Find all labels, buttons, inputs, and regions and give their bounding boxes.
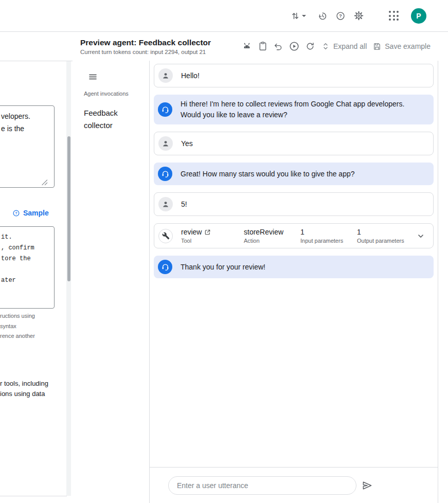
headset-icon — [161, 105, 170, 114]
agent-message: Thank you for your review! — [154, 256, 434, 278]
agent-avatar — [158, 167, 172, 181]
send-button[interactable] — [361, 479, 373, 492]
menu-button[interactable] — [88, 72, 98, 82]
resize-handle-icon[interactable] — [41, 179, 48, 186]
settings-button[interactable] — [353, 10, 364, 21]
svg-text:?: ? — [15, 211, 17, 215]
hamburger-icon — [88, 72, 98, 82]
tool-avatar — [158, 229, 173, 243]
wrench-icon — [162, 232, 170, 240]
agent-invocations-panel: Agent invocations Feedback collector — [73, 61, 149, 503]
tool-label: Tool — [181, 238, 236, 244]
message-text: 5! — [181, 199, 191, 210]
hint-text-fragment: syntax — [0, 323, 16, 329]
refresh-button[interactable] — [305, 41, 315, 51]
agent-avatar — [158, 260, 172, 274]
instruction-fragment: , confirm — [1, 244, 34, 252]
clipboard-icon — [258, 41, 268, 51]
sample-link[interactable]: ? Sample — [12, 209, 49, 217]
history-button[interactable] — [317, 11, 328, 21]
preview-body: Agent invocations Feedback collector Hel… — [73, 61, 438, 503]
save-icon — [372, 41, 382, 51]
preview-pane: Preview agent: Feedback collector Curren… — [73, 32, 438, 503]
agent-message: Hi there! I'm here to collect reviews fr… — [154, 95, 434, 124]
tool-name-column: review Tool — [181, 228, 236, 244]
user-message: 5! — [154, 192, 434, 216]
invocations-label: Agent invocations — [84, 91, 149, 97]
expand-all-label: Expand all — [333, 42, 367, 50]
message-text: Hi there! I'm here to collect reviews fr… — [181, 99, 429, 120]
person-icon — [161, 139, 170, 148]
section-text-fragment: ions using data — [0, 390, 45, 398]
input-parameters-label: Input parameters — [300, 238, 349, 244]
sort-order-button[interactable] — [290, 11, 306, 21]
scrollbar-track[interactable] — [66, 61, 71, 496]
help-circle-icon: ? — [12, 209, 20, 217]
agent-avatar — [158, 102, 172, 117]
play-circle-icon — [289, 41, 300, 52]
section-text-fragment: r tools, including — [0, 380, 48, 387]
android-icon — [241, 41, 253, 52]
swap-vertical-icon — [290, 11, 300, 21]
replay-button[interactable] — [289, 41, 300, 52]
composer — [150, 467, 438, 503]
help-icon: ? — [335, 11, 346, 21]
global-topbar: ? P — [0, 0, 448, 32]
user-avatar — [158, 197, 173, 211]
save-example-button[interactable]: Save example — [372, 41, 431, 51]
preview-title: Preview agent: Feedback collector — [80, 38, 211, 47]
preview-toolbar: Expand all Save example — [241, 41, 431, 52]
undo-button[interactable] — [273, 41, 283, 51]
output-parameters-column: 1 Output parameters — [357, 228, 405, 244]
instruction-fragment: ater — [1, 277, 16, 284]
svg-text:?: ? — [339, 13, 342, 19]
divider — [0, 61, 73, 61]
headset-icon — [161, 263, 170, 272]
output-parameters-value: 1 — [357, 228, 405, 236]
chevron-down-icon — [302, 15, 306, 17]
open-in-new-icon[interactable] — [204, 229, 211, 236]
output-parameters-label: Output parameters — [357, 238, 405, 244]
action-label: Action — [244, 238, 292, 244]
unfold-more-icon — [320, 41, 331, 51]
tool-invocation-card[interactable]: review Tool storeReview Action 1 Input p… — [154, 223, 434, 248]
refresh-icon — [305, 41, 315, 51]
instruction-fragment: tore the — [1, 255, 31, 262]
action-column: storeReview Action — [244, 228, 292, 244]
goal-text-fragment: e is the — [1, 124, 24, 133]
undo-icon — [273, 41, 283, 51]
history-icon — [317, 11, 328, 21]
user-message: Yes — [154, 132, 434, 155]
agent-settings-panel: velopers. e is the ? Sample it. , confir… — [0, 32, 73, 503]
expand-all-button[interactable]: Expand all — [320, 41, 367, 51]
expand-tool-button[interactable] — [416, 231, 426, 241]
user-message: Hello! — [154, 64, 434, 87]
input-parameters-column: 1 Input parameters — [300, 228, 349, 244]
hint-text-fragment: rence another — [0, 333, 35, 339]
apps-grid-button[interactable] — [389, 11, 399, 21]
app-window: ? P velopers. e is the ? Sample it. , co… — [0, 0, 448, 503]
goal-text-fragment: velopers. — [1, 112, 30, 120]
agent-message: Great! How many stars would you like to … — [154, 163, 434, 185]
instruction-fragment: it. — [1, 233, 12, 241]
sample-link-label: Sample — [23, 209, 49, 217]
hint-text-fragment: ructions using — [0, 313, 35, 319]
apps-grid-icon — [389, 11, 399, 21]
user-avatar — [158, 136, 173, 151]
android-preview-button[interactable] — [241, 41, 253, 52]
utterance-input[interactable] — [168, 476, 356, 495]
save-example-label: Save example — [385, 42, 431, 50]
user-avatar — [158, 68, 173, 83]
scrollbar-thumb[interactable] — [67, 136, 70, 281]
conversation-panel: Hello! Hi there! I'm here to collect rev… — [149, 61, 438, 503]
send-icon — [361, 479, 373, 492]
divider — [0, 496, 67, 496]
copy-conversation-button[interactable] — [258, 41, 268, 51]
invocation-item-feedback-collector[interactable]: Feedback collector — [84, 107, 138, 132]
person-icon — [161, 71, 170, 80]
help-button[interactable]: ? — [335, 11, 346, 21]
token-count-text: Current turn tokens count: input 2294, o… — [80, 49, 211, 55]
message-text: Thank you for your review! — [181, 262, 270, 273]
account-avatar[interactable]: P — [411, 8, 426, 24]
preview-header: Preview agent: Feedback collector Curren… — [73, 32, 438, 61]
